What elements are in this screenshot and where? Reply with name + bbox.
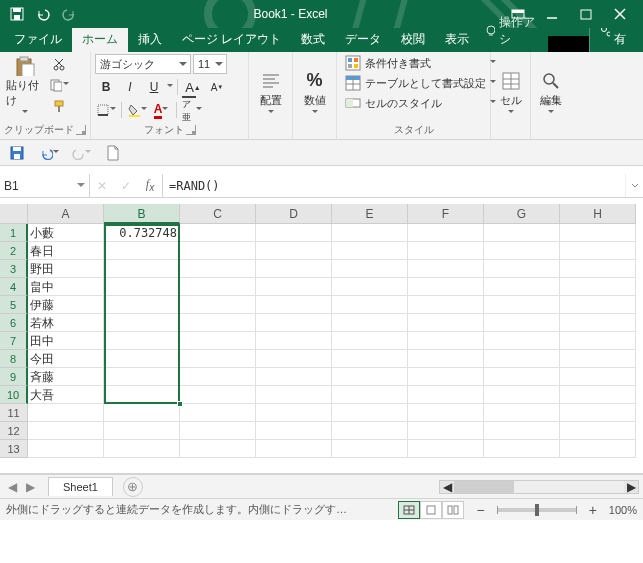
- borders-button[interactable]: [95, 100, 117, 120]
- copy-button[interactable]: [48, 75, 70, 95]
- grow-font-button[interactable]: A▲: [182, 77, 204, 97]
- format-as-table-button[interactable]: テーブルとして書式設定: [341, 74, 500, 92]
- cell[interactable]: [484, 260, 560, 278]
- column-header[interactable]: D: [256, 204, 332, 224]
- page-layout-view-button[interactable]: [420, 501, 442, 519]
- cell[interactable]: [180, 422, 256, 440]
- cell[interactable]: [484, 440, 560, 458]
- cell[interactable]: 斉藤: [28, 368, 104, 386]
- cell[interactable]: 畠中: [28, 278, 104, 296]
- new-file-icon[interactable]: [102, 143, 124, 163]
- cell[interactable]: 若林: [28, 314, 104, 332]
- cell[interactable]: [104, 440, 180, 458]
- alignment-button[interactable]: 配置: [253, 54, 288, 118]
- select-all-corner[interactable]: [0, 204, 28, 224]
- cell[interactable]: [104, 296, 180, 314]
- cancel-formula-button[interactable]: ✕: [90, 174, 114, 197]
- cell[interactable]: [104, 314, 180, 332]
- maximize-icon[interactable]: [569, 0, 603, 28]
- cell[interactable]: [408, 422, 484, 440]
- phonetic-button[interactable]: ア亜: [181, 100, 203, 120]
- cell[interactable]: [180, 242, 256, 260]
- row-header[interactable]: 3: [0, 260, 28, 278]
- enter-formula-button[interactable]: ✓: [114, 174, 138, 197]
- cell[interactable]: [408, 368, 484, 386]
- shrink-font-button[interactable]: A▼: [206, 77, 228, 97]
- fx-button[interactable]: fx: [138, 174, 162, 197]
- minimize-icon[interactable]: [535, 0, 569, 28]
- cell[interactable]: [180, 332, 256, 350]
- cell[interactable]: [332, 278, 408, 296]
- cell[interactable]: [332, 422, 408, 440]
- row-header[interactable]: 2: [0, 242, 28, 260]
- cell[interactable]: 田中: [28, 332, 104, 350]
- cell[interactable]: [180, 386, 256, 404]
- save-icon-2[interactable]: [6, 143, 28, 163]
- cell[interactable]: [256, 242, 332, 260]
- tab-file[interactable]: ファイル: [4, 27, 72, 52]
- cell[interactable]: [104, 260, 180, 278]
- spreadsheet-grid[interactable]: ABCDEFGH 12345678910111213 小藪0.732748春日野…: [0, 204, 643, 474]
- cell[interactable]: [484, 350, 560, 368]
- cell[interactable]: [408, 404, 484, 422]
- underline-button[interactable]: U: [143, 77, 165, 97]
- row-header[interactable]: 13: [0, 440, 28, 458]
- expand-formula-bar[interactable]: [625, 174, 643, 197]
- horizontal-scrollbar[interactable]: ◀▶: [439, 480, 639, 494]
- redo-icon-2[interactable]: [70, 143, 92, 163]
- row-header[interactable]: 4: [0, 278, 28, 296]
- tab-pagelayout[interactable]: ページ レイアウト: [172, 27, 291, 52]
- cell[interactable]: [408, 224, 484, 242]
- bold-button[interactable]: B: [95, 77, 117, 97]
- cell[interactable]: [408, 314, 484, 332]
- redo-icon[interactable]: [58, 3, 80, 25]
- cell[interactable]: [484, 422, 560, 440]
- cell[interactable]: [560, 224, 636, 242]
- sheet-nav-next[interactable]: ▶: [22, 479, 38, 495]
- cell[interactable]: [28, 404, 104, 422]
- cell[interactable]: [560, 404, 636, 422]
- cell[interactable]: [256, 422, 332, 440]
- italic-button[interactable]: I: [119, 77, 141, 97]
- cell[interactable]: [560, 278, 636, 296]
- cell[interactable]: [332, 242, 408, 260]
- column-header[interactable]: E: [332, 204, 408, 224]
- row-header[interactable]: 8: [0, 350, 28, 368]
- cell[interactable]: [256, 278, 332, 296]
- fill-color-button[interactable]: [126, 100, 148, 120]
- row-header[interactable]: 6: [0, 314, 28, 332]
- column-header[interactable]: C: [180, 204, 256, 224]
- normal-view-button[interactable]: [398, 501, 420, 519]
- cell[interactable]: [484, 386, 560, 404]
- ribbon-options-icon[interactable]: [501, 0, 535, 28]
- conditional-formatting-button[interactable]: 条件付き書式: [341, 54, 500, 72]
- cell[interactable]: 大吾: [28, 386, 104, 404]
- cell[interactable]: [408, 332, 484, 350]
- font-size-select[interactable]: 11: [193, 54, 227, 74]
- tab-review[interactable]: 校閲: [391, 27, 435, 52]
- cell[interactable]: [408, 260, 484, 278]
- add-sheet-button[interactable]: ⊕: [123, 477, 143, 497]
- cell[interactable]: [180, 224, 256, 242]
- cell[interactable]: 今田: [28, 350, 104, 368]
- cell[interactable]: [332, 350, 408, 368]
- cell[interactable]: [104, 422, 180, 440]
- cell[interactable]: 0.732748: [104, 224, 180, 242]
- column-header[interactable]: G: [484, 204, 560, 224]
- cell[interactable]: 野田: [28, 260, 104, 278]
- cell[interactable]: [560, 350, 636, 368]
- cell[interactable]: [484, 404, 560, 422]
- cell[interactable]: [484, 278, 560, 296]
- cell[interactable]: [560, 386, 636, 404]
- font-name-select[interactable]: 游ゴシック: [95, 54, 191, 74]
- tab-insert[interactable]: 挿入: [128, 27, 172, 52]
- cell[interactable]: [484, 296, 560, 314]
- cell[interactable]: [104, 278, 180, 296]
- page-break-view-button[interactable]: [442, 501, 464, 519]
- editing-button[interactable]: 編集: [535, 54, 567, 118]
- cell[interactable]: [484, 332, 560, 350]
- cell[interactable]: [408, 386, 484, 404]
- cell[interactable]: [256, 404, 332, 422]
- cell[interactable]: [332, 224, 408, 242]
- cell[interactable]: [180, 368, 256, 386]
